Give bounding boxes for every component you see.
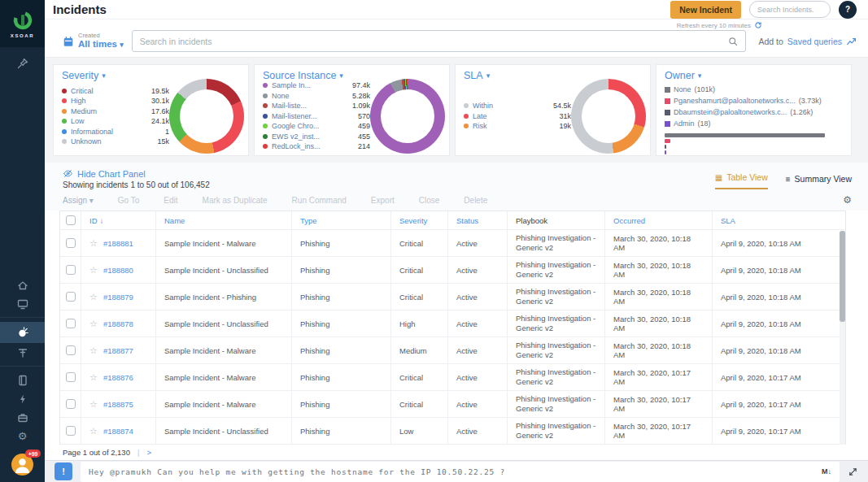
legend-item[interactable]: Mail-liste...1.09k xyxy=(263,102,370,110)
row-checkbox[interactable] xyxy=(66,265,76,275)
sidebar-item-settings[interactable]: ⚙ xyxy=(0,427,45,445)
sidebar-item-incidents[interactable] xyxy=(0,322,45,343)
sidebar-pin-button[interactable] xyxy=(0,54,45,72)
legend-item[interactable]: Risk19k xyxy=(464,122,571,130)
markdown-icon[interactable]: M↓ xyxy=(822,467,831,475)
table-settings-gear-icon[interactable]: ⚙ xyxy=(843,194,852,206)
star-icon[interactable]: ☆ xyxy=(89,426,98,436)
legend-item[interactable]: None(101k) xyxy=(665,85,715,93)
legend-item[interactable]: Low24.1k xyxy=(62,117,169,125)
legend-item[interactable]: Medium17.6k xyxy=(62,107,169,115)
legend-item[interactable]: Sample In...97.4k xyxy=(263,81,370,89)
incident-id-link[interactable]: #188875 xyxy=(103,400,133,409)
action-delete[interactable]: Delete xyxy=(464,196,487,205)
sidebar-item-war-room[interactable] xyxy=(0,343,45,362)
col-header-occurred[interactable]: Occurred xyxy=(605,211,713,230)
action-close[interactable]: Close xyxy=(419,196,440,205)
incident-id-link[interactable]: #188878 xyxy=(103,319,133,328)
sidebar-item-jobs[interactable] xyxy=(0,408,45,427)
global-search-input[interactable] xyxy=(749,1,831,18)
action-assign[interactable]: Assign ▾ xyxy=(63,196,94,205)
trend-chart-icon[interactable] xyxy=(846,36,857,46)
chat-input[interactable]: Hey @pramukh Can you help me with gettin… xyxy=(81,462,840,482)
table-row[interactable]: ☆#188881Sample Incident - MalwarePhishin… xyxy=(60,230,845,257)
table-scrollbar[interactable] xyxy=(840,231,845,445)
owner-card-header[interactable]: Owner ▾ xyxy=(665,70,843,81)
sidebar-item-automation[interactable] xyxy=(0,389,45,408)
hide-chart-panel-link[interactable]: Hide Chart Panel xyxy=(63,168,210,179)
table-row[interactable]: ☆#188874Sample Incident - UnclassifiedPh… xyxy=(60,418,845,445)
legend-item[interactable]: Late31k xyxy=(464,112,571,120)
incident-id-link[interactable]: #188879 xyxy=(103,293,133,302)
row-checkbox[interactable] xyxy=(66,426,76,436)
incident-id-link[interactable]: #188880 xyxy=(103,266,133,275)
table-row[interactable]: ☆#188878Sample Incident - UnclassifiedPh… xyxy=(60,310,845,337)
row-checkbox[interactable] xyxy=(66,399,76,409)
col-header-type[interactable]: Type xyxy=(292,211,391,230)
col-header-severity[interactable]: Severity xyxy=(391,211,448,230)
legend-item[interactable]: Pganeshamurt@paloaltonetworks.c...(3.73k… xyxy=(665,97,822,105)
severity-donut-chart[interactable] xyxy=(169,79,244,154)
table-row[interactable]: ☆#188879Sample Incident - PhishingPhishi… xyxy=(60,284,845,310)
row-checkbox[interactable] xyxy=(66,345,76,355)
action-export[interactable]: Export xyxy=(371,196,395,205)
legend-item[interactable]: Dbaumstein@paloaltonetworks.c...(1.26k) xyxy=(665,108,813,116)
alert-button[interactable]: ! xyxy=(55,462,72,480)
col-header-id[interactable]: ID↓ xyxy=(81,211,156,230)
legend-item[interactable]: Mail-listener...570 xyxy=(263,112,370,120)
incident-id-link[interactable]: #188881 xyxy=(103,239,133,248)
incident-id-link[interactable]: #188876 xyxy=(103,373,133,382)
legend-item[interactable]: Informational1 xyxy=(62,128,169,136)
row-checkbox[interactable] xyxy=(66,238,76,248)
action-run-command[interactable]: Run Command xyxy=(292,196,347,205)
xsoar-logo[interactable]: XSOAR xyxy=(0,0,45,47)
help-button[interactable]: ? xyxy=(839,1,857,19)
legend-item[interactable]: Unknown15k xyxy=(62,137,169,145)
star-icon[interactable]: ☆ xyxy=(89,319,98,329)
incident-search-input[interactable] xyxy=(140,37,728,46)
legend-item[interactable]: Google Chro...459 xyxy=(263,122,370,130)
legend-item[interactable]: Within54.5k xyxy=(464,102,571,110)
star-icon[interactable]: ☆ xyxy=(89,345,98,356)
owner-bar-chart[interactable] xyxy=(665,133,825,154)
new-incident-button[interactable]: New Incident xyxy=(670,1,741,19)
star-icon[interactable]: ☆ xyxy=(89,399,98,410)
expand-button[interactable] xyxy=(848,467,858,477)
refresh-icon[interactable] xyxy=(754,21,762,29)
search-icon[interactable] xyxy=(728,37,738,46)
star-icon[interactable]: ☆ xyxy=(89,265,98,276)
row-checkbox[interactable] xyxy=(66,292,76,302)
scrollbar-thumb[interactable] xyxy=(840,231,845,322)
col-header-name[interactable]: Name xyxy=(156,211,292,230)
incident-id-link[interactable]: #188877 xyxy=(103,346,133,355)
incident-id-link[interactable]: #188874 xyxy=(103,427,133,436)
select-all-checkbox[interactable] xyxy=(66,215,76,225)
star-icon[interactable]: ☆ xyxy=(89,372,98,383)
table-row[interactable]: ☆#188880Sample Incident - UnclassifiedPh… xyxy=(60,257,845,284)
sidebar-item-home[interactable] xyxy=(0,276,45,294)
table-row[interactable]: ☆#188875Sample Incident - MalwarePhishin… xyxy=(60,391,845,418)
legend-item[interactable]: RedLock_ins...214 xyxy=(263,142,370,150)
legend-item[interactable]: Admin(18) xyxy=(665,119,711,128)
tab-table-view[interactable]: ▦ Table View xyxy=(715,172,768,189)
col-header-sla[interactable]: SLA xyxy=(713,211,845,230)
source-donut-chart[interactable] xyxy=(370,79,445,154)
col-header-playbook[interactable]: Playbook xyxy=(508,211,605,230)
sidebar-item-playbooks[interactable] xyxy=(0,371,45,389)
action-edit[interactable]: Edit xyxy=(164,196,177,205)
action-mark-as-duplicate[interactable]: Mark as Duplicate xyxy=(203,196,268,205)
col-header-status[interactable]: Status xyxy=(448,211,508,230)
table-row[interactable]: ☆#188877Sample Incident - MalwarePhishin… xyxy=(60,337,845,364)
row-checkbox[interactable] xyxy=(66,372,76,382)
tab-summary-view[interactable]: ≡ Summary View xyxy=(786,174,852,189)
sla-donut-chart[interactable] xyxy=(571,79,646,154)
legend-item[interactable]: EWS v2_inst...455 xyxy=(263,132,370,141)
row-checkbox[interactable] xyxy=(66,319,76,328)
sidebar-item-dashboards[interactable] xyxy=(0,294,45,313)
star-icon[interactable]: ☆ xyxy=(89,238,98,249)
created-filter-dropdown[interactable]: Created All times ▾ xyxy=(63,33,124,50)
star-icon[interactable]: ☆ xyxy=(89,292,98,302)
legend-item[interactable]: Critical19.5k xyxy=(62,87,169,95)
saved-queries-link[interactable]: Saved queries xyxy=(787,37,842,46)
user-avatar[interactable]: +99 xyxy=(11,454,33,475)
